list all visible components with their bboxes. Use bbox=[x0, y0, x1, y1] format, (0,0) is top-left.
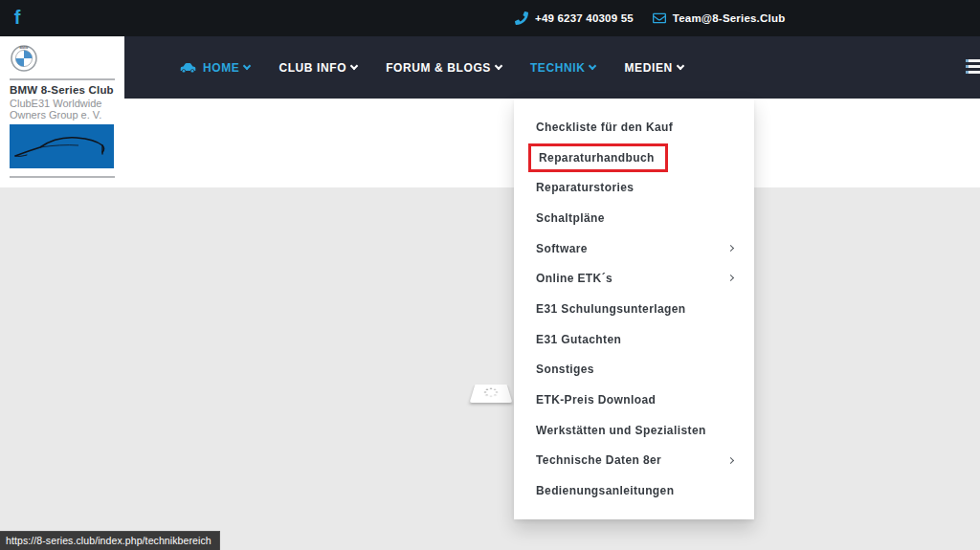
dropdown-item-label-highlighted: Reparaturhandbuch bbox=[528, 143, 668, 172]
dropdown-item-e31-schulungsunterlagen[interactable]: E31 Schulungsunterlagen bbox=[514, 294, 754, 324]
dropdown-item-software[interactable]: Software bbox=[514, 233, 754, 264]
logo-divider-bottom bbox=[10, 176, 115, 178]
dropdown-item-reparaturstories[interactable]: Reparaturstories bbox=[514, 172, 754, 203]
dropdown-item-label: E31 Gutachten bbox=[536, 333, 621, 346]
car-silhouette-icon bbox=[10, 124, 114, 168]
dropdown-item-label: ETK-Preis Download bbox=[536, 393, 656, 407]
dropdown-item-online-etk-s[interactable]: Online ETK´s bbox=[514, 263, 754, 294]
dropdown-item-checkliste-f-r-den-kauf[interactable]: Checkliste für den Kauf bbox=[514, 112, 754, 143]
car-icon bbox=[180, 61, 196, 74]
chevron-down-icon bbox=[677, 61, 684, 69]
phone-number[interactable]: +49 6237 40309 55 bbox=[535, 12, 634, 24]
dropdown-item-schaltpl-ne[interactable]: Schaltpläne bbox=[514, 203, 754, 233]
nav-item-medien[interactable]: MEDIEN bbox=[624, 61, 682, 75]
dropdown-item-etk-preis-download[interactable]: ETK-Preis Download bbox=[514, 385, 754, 415]
svg-text:BMW: BMW bbox=[20, 46, 30, 50]
dropdown-item-bedienungsanleitungen[interactable]: Bedienungsanleitungen bbox=[514, 475, 754, 506]
nav-item-label: MEDIEN bbox=[624, 61, 672, 75]
contact-info: +49 6237 40309 55 Team@8-Series.Club bbox=[515, 0, 785, 36]
dropdown-item-reparaturhandbuch[interactable]: Reparaturhandbuch bbox=[514, 143, 754, 173]
nav-item-forum-blogs[interactable]: FORUM & BLOGS bbox=[386, 61, 501, 75]
envelope-icon bbox=[653, 11, 666, 25]
dropdown-item-e31-gutachten[interactable]: E31 Gutachten bbox=[514, 324, 754, 355]
loading-card bbox=[470, 385, 513, 403]
nav-item-technik[interactable]: TECHNIK bbox=[530, 61, 596, 75]
chevron-right-icon bbox=[727, 275, 734, 281]
facebook-icon[interactable]: f bbox=[8, 5, 27, 30]
nav-item-label: TECHNIK bbox=[530, 61, 586, 75]
contact-email[interactable]: Team@8-Series.Club bbox=[673, 12, 786, 24]
logo-divider-top bbox=[10, 78, 115, 80]
dropdown-item-label: Bedienungsanleitungen bbox=[536, 484, 674, 497]
dropdown-item-label: Technische Daten 8er bbox=[536, 453, 661, 467]
chevron-right-icon bbox=[727, 457, 734, 464]
nav-item-label: FORUM & BLOGS bbox=[386, 61, 491, 75]
dropdown-item-werkst-tten-und-spezialisten[interactable]: Werkstätten und Spezialisten bbox=[514, 415, 754, 446]
club-name: BMW 8-Series Club bbox=[10, 84, 114, 96]
main-navbar: HOMECLUB INFOFORUM & BLOGSTECHNIKMEDIEN bbox=[124, 36, 980, 99]
nav-item-home[interactable]: HOME bbox=[180, 61, 250, 75]
nav-item-label: HOME bbox=[203, 61, 239, 75]
chevron-down-icon bbox=[243, 61, 251, 69]
chevron-right-icon bbox=[727, 245, 734, 252]
club-subtitle-2: Owners Group e. V. bbox=[10, 109, 101, 121]
dropdown-item-label: Werkstätten und Spezialisten bbox=[536, 424, 706, 437]
chevron-down-icon bbox=[589, 61, 596, 69]
dropdown-item-technische-daten-8er[interactable]: Technische Daten 8er bbox=[514, 446, 754, 476]
dropdown-item-label: Sonstiges bbox=[536, 363, 594, 376]
nav-item-club-info[interactable]: CLUB INFO bbox=[278, 61, 357, 75]
chevron-down-icon bbox=[350, 61, 358, 69]
bmw-roundel-icon[interactable]: BMW bbox=[11, 45, 37, 72]
dropdown-item-label: Checkliste für den Kauf bbox=[536, 121, 673, 134]
chevron-down-icon bbox=[495, 61, 502, 69]
dropdown-item-sonstiges[interactable]: Sonstiges bbox=[514, 355, 754, 385]
status-url-tooltip: https://8-series.club/index.php/technikb… bbox=[0, 531, 220, 550]
hamburger-menu-icon[interactable] bbox=[966, 59, 980, 74]
dropdown-item-label: Online ETK´s bbox=[536, 272, 612, 285]
technik-dropdown-menu: Checkliste für den KaufReparaturhandbuch… bbox=[514, 99, 754, 519]
dropdown-item-label: Reparaturstories bbox=[536, 181, 634, 194]
dropdown-item-label: E31 Schulungsunterlagen bbox=[536, 302, 686, 316]
e31-silhouette-image[interactable] bbox=[10, 124, 114, 168]
logo-panel: BMW BMW 8-Series Club ClubE31 Worldwide … bbox=[0, 36, 124, 187]
loading-spinner-icon bbox=[481, 387, 501, 399]
nav-item-label: CLUB INFO bbox=[278, 61, 346, 75]
phone-icon bbox=[515, 11, 528, 25]
dropdown-item-label: Software bbox=[536, 242, 588, 255]
topbar: f +49 6237 40309 55 Team@8-Series.Club bbox=[0, 0, 980, 36]
club-subtitle-1: ClubE31 Worldwide bbox=[10, 98, 101, 109]
dropdown-item-label: Schaltpläne bbox=[536, 211, 605, 225]
